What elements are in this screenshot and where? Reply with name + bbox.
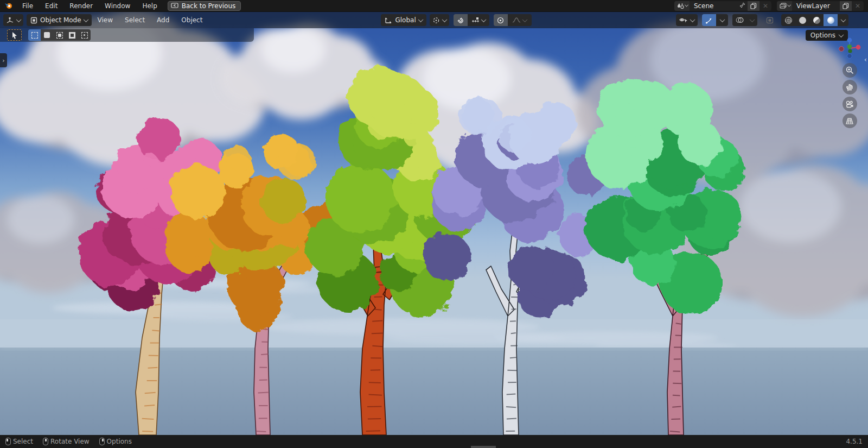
select-mode-intersect-button[interactable] [78, 29, 91, 41]
viewport-display-controls [673, 14, 868, 26]
select-intersect-icon [81, 32, 88, 39]
xray-icon [766, 17, 774, 24]
viewlayer-browse-dropdown[interactable] [777, 1, 792, 11]
shading-rendered-button[interactable] [824, 14, 838, 26]
snapping-controls [454, 14, 489, 26]
topbar-menu-file[interactable]: File [16, 0, 39, 12]
select-mode-subtract-button[interactable] [53, 29, 66, 41]
falloff-dropdown[interactable] [508, 14, 532, 26]
select-invert-icon [69, 32, 75, 39]
viewlayer-name[interactable]: ViewLayer [792, 2, 840, 10]
xray-toggle[interactable] [763, 14, 777, 26]
mouse-right-icon [99, 438, 105, 445]
falloff-curve-icon [512, 17, 521, 23]
back-to-previous-button[interactable]: Back to Previous [168, 1, 241, 11]
grid-icon [845, 117, 854, 125]
chevron-down-icon [83, 17, 88, 22]
status-hint: Options [99, 438, 132, 445]
topbar-menu-render[interactable]: Render [63, 0, 99, 12]
scene-browse-dropdown[interactable] [674, 1, 690, 11]
topbar-menu-help[interactable]: Help [136, 0, 163, 12]
shading-dropdown[interactable] [838, 14, 848, 26]
mode-label: Object Mode [40, 16, 81, 24]
viewport-menu-select[interactable]: Select [119, 16, 151, 24]
overlays-dropdown[interactable] [746, 14, 757, 26]
status-bar: SelectRotate ViewOptions 4.5.1 [0, 435, 868, 448]
snap-toggle-magnet-icon[interactable] [454, 14, 468, 26]
shading-mode-group [781, 14, 848, 26]
proportional-edit-controls [494, 14, 532, 26]
viewlayer-selector[interactable]: ViewLayer ✕ [777, 1, 864, 11]
topbar-right: Scene ✕ ViewLayer [674, 1, 868, 11]
tool-settings-row [0, 28, 254, 42]
show-gizmo-toggle[interactable] [702, 14, 716, 26]
status-hint: Rotate View [43, 438, 90, 445]
topbar-menus: FileEditRenderWindowHelp [16, 0, 163, 12]
window-resize-notch [471, 446, 496, 448]
chevron-down-icon [16, 17, 22, 22]
chevron-down-icon [685, 3, 688, 7]
select-mode-invert-button[interactable] [66, 29, 78, 41]
orientation-icon [385, 17, 392, 24]
pan-button[interactable] [843, 80, 857, 94]
select-mode-extend-button[interactable] [41, 29, 53, 41]
orientation-label: Global [395, 16, 416, 24]
select-set-icon [31, 32, 38, 39]
chevron-down-icon [522, 17, 528, 22]
chevron-down-icon [418, 17, 423, 22]
gizmo-dropdown[interactable] [716, 14, 728, 26]
pin-icon[interactable] [737, 2, 748, 9]
scene-icon [677, 3, 684, 9]
sidebar-expand-arrow[interactable]: ‹ [864, 55, 867, 64]
perspective-ortho-button[interactable] [843, 113, 857, 128]
object-mode-icon [30, 17, 37, 24]
editor-type-selector[interactable] [3, 14, 23, 26]
camera-icon [845, 100, 854, 108]
toolbar-expand-arrow[interactable]: › [0, 53, 7, 67]
topbar-menu-window[interactable]: Window [99, 0, 136, 12]
viewport-menu-add[interactable]: Add [151, 16, 175, 24]
shading-material-button[interactable] [809, 14, 824, 26]
camera-view-button[interactable] [843, 97, 857, 111]
object-visibility-dropdown[interactable] [676, 14, 698, 26]
pivot-point-dropdown[interactable] [430, 14, 449, 26]
shading-solid-button[interactable] [795, 14, 809, 26]
proportional-editing-icon[interactable] [494, 14, 508, 26]
select-mode-set-button[interactable] [28, 29, 41, 41]
new-viewlayer-icon[interactable] [840, 1, 852, 11]
version-label: 4.5.1 [846, 438, 863, 445]
select-extend-icon [44, 32, 50, 38]
blender-window: FileEditRenderWindowHelp Back to Previou… [0, 0, 868, 448]
new-scene-icon[interactable] [748, 1, 760, 11]
back-to-previous-label: Back to Previous [182, 2, 236, 10]
blender-logo-icon[interactable] [0, 2, 16, 9]
mode-dropdown[interactable]: Object Mode [27, 14, 92, 26]
mouse-left-icon [5, 438, 11, 445]
shading-wireframe-button[interactable] [781, 14, 795, 26]
overlays-icon [736, 17, 744, 23]
scene-name[interactable]: Scene [690, 2, 737, 10]
chevron-down-icon [719, 17, 725, 22]
status-hint: Select [5, 438, 33, 445]
cursor-icon [11, 31, 18, 39]
select-mode-group [28, 29, 91, 41]
chevron-down-icon [442, 17, 447, 22]
scene-selector[interactable]: Scene ✕ [674, 1, 771, 11]
zoom-button[interactable] [843, 63, 857, 78]
topbar-menu-edit[interactable]: Edit [39, 0, 63, 12]
transform-orientation-dropdown[interactable]: Global [381, 14, 426, 26]
3d-viewport[interactable]: Object Mode ViewSelectAddObject Global [0, 12, 868, 435]
chevron-down-icon [840, 17, 846, 22]
viewport-menu-object[interactable]: Object [175, 16, 208, 24]
editor-3d-viewport-icon [6, 17, 14, 24]
axis-orbit-gizmo[interactable] [837, 36, 862, 61]
mouse-middle-icon [43, 438, 48, 445]
viewport-menu-view[interactable]: View [92, 16, 119, 24]
snap-target-dropdown[interactable] [468, 14, 489, 26]
hand-icon [846, 83, 854, 91]
active-tool-select-box[interactable] [7, 29, 22, 41]
pivot-icon [432, 17, 440, 24]
show-overlays-toggle[interactable] [732, 14, 746, 26]
zoom-icon [846, 66, 854, 74]
rendered-scene [0, 12, 868, 435]
